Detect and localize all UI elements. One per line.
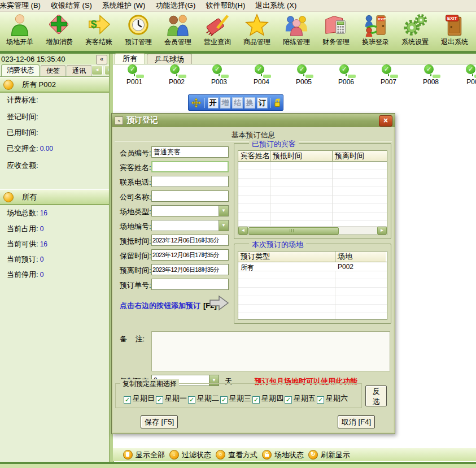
checkbox-checked-icon[interactable]: ✓ [188, 396, 195, 404]
court-item[interactable]: ✓P008 [417, 67, 444, 86]
add-reservation-arrow-button[interactable] [209, 295, 229, 311]
table-body [238, 162, 387, 226]
checkbox-sunday[interactable]: ✓星期日 [124, 393, 155, 404]
filter-status-button[interactable]: ↓过滤状态 [169, 450, 211, 460]
court-item[interactable]: ✓P003 [206, 67, 233, 86]
toolbar-exit-button[interactable]: EXIT 退出系统 [435, 12, 474, 51]
chevron-down-icon[interactable]: ▼ [219, 206, 228, 216]
departure-time-input[interactable] [151, 264, 229, 275]
checkbox-checked-icon[interactable]: ✓ [317, 396, 324, 404]
quick-switch-button[interactable]: 换 [244, 97, 255, 109]
menu-item-guest[interactable]: 来宾管理 (B) [0, 1, 46, 11]
tab-pingpong-courts[interactable]: 乒乓球场 [147, 54, 192, 64]
save-button[interactable]: 保存 [F5] [141, 415, 178, 428]
menu-item-exit[interactable]: 退出系统 (X) [250, 1, 302, 11]
view-mode-button[interactable]: ○查看方式 [216, 450, 257, 460]
quick-reserve-button[interactable]: 订 [257, 97, 268, 109]
court-item[interactable]: ✓P006 [333, 67, 360, 86]
court-item[interactable]: ✓P007 [375, 67, 402, 86]
checkbox-saturday[interactable]: ✓星期六 [317, 393, 348, 404]
quick-open-button[interactable]: 开 [208, 97, 219, 109]
chevron-down-icon[interactable]: ▼ [219, 220, 228, 231]
scroll-right-icon[interactable]: ► [377, 227, 387, 235]
checkbox-wednesday[interactable]: ✓星期三 [220, 393, 251, 404]
invert-selection-button[interactable]: 反选 [365, 385, 387, 406]
menu-item-functions[interactable]: 功能选择(G) [150, 1, 200, 11]
checkbox-thursday[interactable]: ✓星期四 [252, 393, 283, 404]
company-input[interactable] [151, 190, 229, 202]
toolbar-coach-button[interactable]: 陪练管理 [277, 12, 316, 51]
tab-scroll-left-icon[interactable]: ◄ [91, 65, 103, 75]
col-guest-name[interactable]: 宾客姓名 [238, 151, 270, 161]
menu-item-help[interactable]: 软件帮助(H) [200, 1, 250, 11]
col-court[interactable]: 场地 [335, 252, 386, 262]
checkbox-checked-icon[interactable]: ✓ [285, 396, 292, 404]
dialog-title-bar[interactable]: - 预订登记 × [112, 114, 395, 127]
court-status-button[interactable]: 场地状态 [262, 450, 304, 460]
court-type-select[interactable]: ▼ [151, 205, 229, 216]
checkbox-monday[interactable]: ✓星期一 [156, 393, 187, 404]
quick-add-button[interactable]: 增 [220, 97, 231, 109]
toolbar-settings-button[interactable]: 系统设置 [395, 12, 435, 51]
menu-bar: 来宾管理 (B) 收银结算 (S) 系统维护 (W) 功能选择(G) 软件帮助(… [0, 0, 476, 12]
checkbox-friday[interactable]: ✓星期五 [285, 393, 316, 404]
show-all-button[interactable]: 显示全部 [123, 450, 165, 460]
phone-input[interactable] [151, 176, 229, 187]
toolbar-label: 商品管理 [237, 37, 277, 47]
move-handle-icon[interactable] [191, 97, 202, 109]
court-item[interactable]: ✓P004 [248, 67, 275, 86]
checkbox-checked-icon[interactable]: ✓ [124, 396, 131, 404]
toolbar-checkout-button[interactable]: $ 宾客结账 [79, 12, 119, 51]
scroll-left-icon[interactable]: ◄ [238, 227, 248, 235]
court-number-select[interactable]: ▼ [151, 220, 229, 231]
tab-notes[interactable]: 便签 [41, 65, 65, 76]
hold-time-label: 保留时间: [120, 251, 151, 261]
cancel-button[interactable]: 取消 [F4] [338, 415, 375, 428]
lock-icon[interactable] [274, 98, 281, 108]
horizontal-scrollbar[interactable]: ◄ ► [238, 226, 387, 235]
court-item[interactable]: ✓P001 [121, 67, 148, 86]
toolbar-reservation-button[interactable]: 预订管理 [119, 12, 158, 51]
arrival-time-label: 预抵时间: [120, 236, 151, 246]
scrollbar-track[interactable] [248, 227, 377, 235]
court-item[interactable]: ✓P002 [163, 67, 190, 86]
col-arrival[interactable]: 预抵时间 [270, 151, 333, 161]
checkbox-checked-icon[interactable]: ✓ [220, 396, 228, 404]
toolbar-goods-button[interactable]: 商品管理 [237, 12, 277, 51]
toolbar-members-button[interactable]: 会员管理 [158, 12, 198, 51]
scrollbar-thumb[interactable] [248, 227, 339, 235]
toolbar-business-query-button[interactable]: 营业查询 [198, 12, 237, 51]
summary-section-title: 所有 [22, 192, 37, 202]
tab-consume-status[interactable]: 消费状态 [1, 64, 40, 76]
toolbar-open-court-button[interactable]: 场地开单 [0, 12, 40, 51]
arrival-time-input[interactable] [151, 235, 229, 246]
menu-item-maintenance[interactable]: 系统维护 (W) [97, 1, 151, 11]
checkbox-checked-icon[interactable]: ✓ [252, 396, 260, 404]
guest-name-input[interactable] [151, 161, 229, 172]
checkbox-checked-icon[interactable]: ✓ [156, 396, 163, 404]
status-section-header: 所有 P002 [0, 77, 109, 93]
refresh-button[interactable]: ↻刷新显示 [308, 450, 350, 460]
quick-settle-button[interactable]: 结 [232, 97, 243, 109]
col-departure[interactable]: 预离时间 [333, 151, 387, 161]
field-used-time: 已用时间: [7, 128, 40, 138]
note-textarea[interactable] [151, 331, 390, 371]
reservation-no-input[interactable] [151, 279, 229, 290]
bottom-strip [0, 464, 476, 468]
toolbar-add-consume-button[interactable]: 增加消费 [40, 12, 79, 51]
tab-all-courts[interactable]: 所有 [115, 53, 145, 64]
sidebar-collapse-button[interactable]: « [96, 55, 107, 64]
tab-communication[interactable]: 通讯 [67, 65, 91, 76]
court-item[interactable]: ✓P00 [459, 67, 476, 86]
checkbox-tuesday[interactable]: ✓星期二 [188, 393, 219, 404]
col-reservation-type[interactable]: 预订类型 [238, 252, 335, 262]
member-id-input[interactable] [151, 146, 229, 158]
table-row[interactable]: 所有 P002 [238, 262, 387, 271]
toolbar-shift-login-button[interactable]: EXIT 换班登录 [356, 12, 395, 51]
menu-item-cashier[interactable]: 收银结算 (S) [46, 1, 97, 11]
close-icon[interactable]: × [379, 115, 392, 127]
court-item[interactable]: ✓P005 [290, 67, 317, 86]
folder-calculator-icon [323, 12, 349, 37]
toolbar-finance-button[interactable]: 财务管理 [316, 12, 356, 51]
hold-time-input[interactable] [151, 249, 229, 261]
